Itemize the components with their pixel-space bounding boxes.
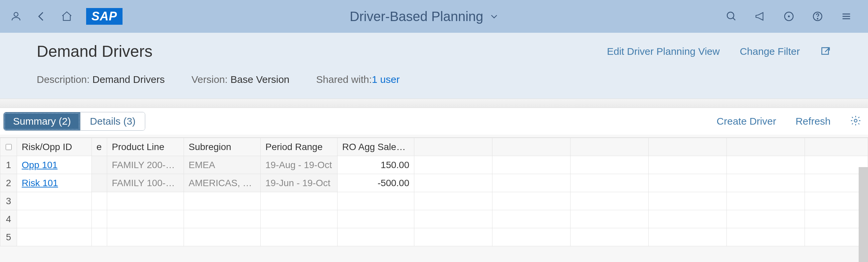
cell-empty (649, 174, 727, 192)
cell-ro-agg: 150.00 (338, 156, 414, 174)
shared-value-link[interactable]: 1 user (372, 74, 400, 85)
svg-point-0 (14, 12, 18, 17)
toolbar: Summary (2) Details (3) Create Driver Re… (0, 108, 868, 135)
vertical-scrollbar[interactable] (859, 167, 868, 262)
sap-logo: SAP (86, 8, 123, 25)
cell-e (92, 174, 107, 192)
cell-ro-agg: -500.00 (338, 174, 414, 192)
cell-empty (570, 174, 649, 192)
cell-product-line: FAMILY 200-H... (107, 156, 184, 174)
sub-actions: Edit Driver Planning View Change Filter (607, 46, 831, 57)
table-row[interactable]: 4 (0, 210, 868, 228)
svg-point-4 (788, 16, 789, 17)
cell-empty (649, 156, 727, 174)
table-row[interactable]: 1Opp 101FAMILY 200-H...EMEA19-Aug - 19-O… (0, 156, 868, 174)
cell-period-range (261, 192, 338, 210)
cell-empty (414, 228, 492, 246)
table-header-row: Risk/Opp ID e Product Line Subregion Per… (0, 138, 868, 156)
cell-e (92, 228, 107, 246)
cell-empty (727, 210, 805, 228)
svg-point-1 (727, 12, 734, 19)
cell-empty (649, 228, 727, 246)
refresh-link[interactable]: Refresh (796, 116, 831, 127)
sub-header: Demand Drivers Edit Driver Planning View… (0, 33, 868, 98)
cell-ro-agg (338, 192, 414, 210)
toolbar-right: Create Driver Refresh (717, 115, 861, 128)
cell-empty (414, 210, 492, 228)
cell-product-line (107, 210, 184, 228)
row-number: 1 (0, 156, 17, 174)
select-all-checkbox[interactable] (6, 144, 12, 150)
change-filter-link[interactable]: Change Filter (740, 46, 800, 57)
row-number: 3 (0, 192, 17, 210)
table-row[interactable]: 5 (0, 228, 868, 246)
user-icon[interactable] (10, 10, 22, 22)
risk-opp-link[interactable]: Opp 101 (22, 160, 57, 170)
cell-ro-agg (338, 210, 414, 228)
col-header-checkbox[interactable] (0, 138, 17, 156)
shared-label: Shared with: (316, 74, 372, 85)
data-grid: Risk/Opp ID e Product Line Subregion Per… (0, 137, 868, 246)
cell-ro-agg (338, 228, 414, 246)
shared-field: Shared with:1 user (316, 74, 400, 85)
svg-line-2 (733, 18, 735, 20)
tabs: Summary (2) Details (3) (3, 112, 145, 131)
list-icon[interactable] (841, 11, 852, 22)
col-header-risk-opp[interactable]: Risk/Opp ID (17, 138, 92, 156)
cell-empty (414, 174, 492, 192)
create-driver-link[interactable]: Create Driver (717, 116, 776, 127)
version-field: Version: Base Version (191, 74, 289, 85)
top-right-group (726, 11, 858, 22)
cell-empty (492, 156, 570, 174)
cell-empty (727, 156, 805, 174)
risk-opp-link[interactable]: Risk 101 (22, 178, 58, 188)
cell-empty (414, 192, 492, 210)
megaphone-icon[interactable] (754, 11, 766, 22)
col-header-ro-agg[interactable]: RO Agg Sales ... (338, 138, 414, 156)
col-header-empty-1 (414, 138, 492, 156)
col-header-e[interactable]: e (92, 138, 107, 156)
version-label: Version: (191, 74, 227, 85)
cell-subregion (184, 192, 261, 210)
app-title[interactable]: Driver-Based Planning (349, 9, 483, 24)
cell-subregion (184, 228, 261, 246)
cell-risk-opp-id (17, 210, 92, 228)
page-title: Demand Drivers (37, 42, 153, 60)
cell-empty (570, 210, 649, 228)
divider-bar (0, 98, 868, 108)
cell-empty (727, 192, 805, 210)
cell-risk-opp-id (17, 192, 92, 210)
home-icon[interactable] (61, 10, 73, 22)
cell-empty (570, 156, 649, 174)
cell-risk-opp-id[interactable]: Risk 101 (17, 174, 92, 192)
drivers-table: Risk/Opp ID e Product Line Subregion Per… (0, 138, 868, 246)
tab-summary[interactable]: Summary (2) (4, 112, 80, 130)
col-header-period-range[interactable]: Period Range (261, 138, 338, 156)
col-header-subregion[interactable]: Subregion (184, 138, 261, 156)
cell-subregion: AMERICAS, E... (184, 174, 261, 192)
chevron-left-icon[interactable] (35, 10, 48, 22)
cell-empty (727, 228, 805, 246)
cell-product-line (107, 228, 184, 246)
chevron-down-icon[interactable] (489, 12, 499, 21)
col-header-product-line[interactable]: Product Line (107, 138, 184, 156)
svg-point-11 (854, 119, 857, 122)
circle-target-icon[interactable] (783, 11, 795, 22)
edit-driver-planning-link[interactable]: Edit Driver Planning View (607, 46, 720, 57)
search-icon[interactable] (726, 11, 737, 22)
sub-details: Description: Demand Drivers Version: Bas… (37, 74, 831, 85)
share-icon[interactable] (820, 46, 831, 57)
help-icon[interactable] (812, 11, 823, 22)
cell-empty (492, 192, 570, 210)
svg-rect-10 (822, 48, 829, 54)
table-row[interactable]: 3 (0, 192, 868, 210)
col-header-empty-6 (805, 138, 868, 156)
cell-empty (570, 192, 649, 210)
row-number: 4 (0, 210, 17, 228)
cell-empty (492, 174, 570, 192)
gear-icon[interactable] (850, 115, 861, 128)
cell-period-range (261, 228, 338, 246)
tab-details[interactable]: Details (3) (80, 112, 145, 130)
table-row[interactable]: 2Risk 101FAMILY 100-H...AMERICAS, E...19… (0, 174, 868, 192)
cell-risk-opp-id[interactable]: Opp 101 (17, 156, 92, 174)
